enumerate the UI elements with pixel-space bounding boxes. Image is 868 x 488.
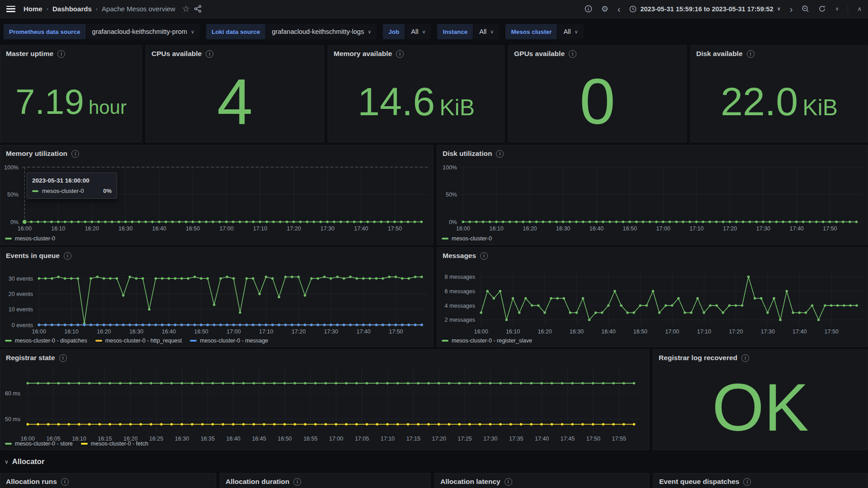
refresh-interval-caret-icon[interactable]: ∨ bbox=[835, 6, 839, 12]
panel-title: Event queue dispatches bbox=[659, 478, 739, 486]
menu-icon[interactable] bbox=[6, 6, 15, 12]
svg-text:17:10: 17:10 bbox=[697, 328, 711, 335]
info-icon[interactable]: i bbox=[396, 50, 404, 58]
panel-disk-available: Disk availablei 22.0KiB bbox=[690, 45, 868, 142]
series-color-swatch bbox=[5, 443, 12, 445]
chart-legend: mesos-cluster-0 bbox=[5, 235, 55, 242]
refresh-icon[interactable] bbox=[818, 5, 826, 13]
svg-text:10 events: 10 events bbox=[9, 306, 33, 313]
disk-utilization-chart[interactable]: 16:0016:1016:2016:3016:4016:5017:0017:10… bbox=[437, 145, 868, 244]
legend-item[interactable]: mesos-cluster-0 - message bbox=[190, 338, 268, 344]
info-icon[interactable]: i bbox=[505, 478, 512, 486]
info-icon[interactable]: i bbox=[206, 50, 213, 58]
variable-label[interactable]: Instance bbox=[437, 24, 473, 39]
variable-label[interactable]: Prometheus data source bbox=[4, 24, 86, 39]
variable-value-dropdown[interactable]: grafanacloud-keithschmitty-logs ∨ bbox=[266, 24, 377, 39]
breadcrumb-current: Apache Mesos overview bbox=[102, 5, 175, 13]
variable-instance: Instance All ∨ bbox=[437, 24, 499, 39]
svg-text:16:55: 16:55 bbox=[303, 436, 317, 442]
events-in-queue-chart[interactable]: 16:0016:1016:2016:3016:4016:5017:0017:10… bbox=[0, 248, 433, 347]
svg-text:16:10: 16:10 bbox=[506, 328, 520, 335]
panel-memory-utilization: Memory utilizationi 16:0016:1016:2016:30… bbox=[0, 145, 433, 245]
variable-value-dropdown[interactable]: All ∨ bbox=[406, 24, 431, 39]
time-shift-left-icon[interactable]: ‹ bbox=[618, 5, 621, 14]
svg-text:50%: 50% bbox=[7, 192, 19, 198]
time-range-picker[interactable]: 2023-05-31 15:59:16 to 2023-05-31 17:59:… bbox=[629, 5, 780, 13]
variable-job: Job All ∨ bbox=[383, 24, 431, 39]
legend-item[interactable]: mesos-cluster-0 - http_request bbox=[95, 338, 182, 344]
registrar-state-svg: 16:0016:0516:1016:1516:2016:2516:3016:35… bbox=[0, 350, 649, 450]
info-icon[interactable]: i bbox=[569, 50, 576, 58]
svg-text:17:40: 17:40 bbox=[793, 328, 807, 335]
variable-value-dropdown[interactable]: All ∨ bbox=[474, 24, 499, 39]
time-shift-right-icon[interactable]: › bbox=[790, 5, 793, 14]
magnifier-minus-svg bbox=[802, 5, 809, 13]
info-icon[interactable]: i bbox=[57, 50, 65, 58]
series-color-swatch bbox=[5, 238, 12, 239]
zoom-out-time-icon[interactable] bbox=[802, 5, 809, 13]
svg-text:17:20: 17:20 bbox=[292, 328, 306, 335]
svg-text:17:00: 17:00 bbox=[329, 436, 343, 442]
svg-text:6 messages: 6 messages bbox=[445, 288, 475, 295]
chevron-down-icon: ∨ bbox=[191, 29, 194, 35]
svg-text:16:00: 16:00 bbox=[456, 225, 470, 232]
panel-memory-available: Memory availablei 14.6KiB bbox=[328, 45, 505, 142]
info-icon[interactable]: i bbox=[747, 50, 755, 58]
breadcrumb-home[interactable]: Home bbox=[24, 5, 42, 13]
svg-text:17:30: 17:30 bbox=[756, 225, 770, 232]
svg-text:0%: 0% bbox=[449, 219, 457, 225]
stat-value: 14.6KiB bbox=[358, 82, 475, 122]
stat-number: 14.6 bbox=[358, 82, 435, 122]
info-icon[interactable]: i bbox=[61, 478, 69, 486]
svg-text:20 events: 20 events bbox=[9, 291, 33, 297]
collapse-navbar-icon[interactable]: ∧ bbox=[857, 5, 862, 12]
settings-gear-icon[interactable]: ⚙ bbox=[601, 5, 609, 13]
svg-text:17:30: 17:30 bbox=[483, 436, 497, 442]
legend-item[interactable]: mesos-cluster-0 - dispatches bbox=[5, 338, 87, 344]
legend-item[interactable]: mesos-cluster-0 - store bbox=[5, 441, 73, 447]
section-row-allocator[interactable]: ∨ Allocator bbox=[5, 457, 44, 466]
svg-text:16:30: 16:30 bbox=[175, 436, 189, 442]
svg-text:0 events: 0 events bbox=[12, 322, 33, 328]
share-icon[interactable] bbox=[194, 5, 202, 13]
chart-legend: mesos-cluster-0 - register_slave bbox=[442, 338, 532, 344]
svg-text:16:25: 16:25 bbox=[149, 436, 163, 442]
info-icon[interactable]: i bbox=[741, 354, 749, 362]
svg-text:17:30: 17:30 bbox=[321, 225, 335, 232]
panel-title: CPUs available bbox=[151, 50, 202, 58]
panel-title: Disk available bbox=[696, 50, 743, 58]
legend-item[interactable]: mesos-cluster-0 - fetch bbox=[81, 441, 148, 447]
chart-legend: mesos-cluster-0 - dispatchesmesos-cluste… bbox=[5, 338, 268, 344]
svg-text:17:20: 17:20 bbox=[729, 328, 743, 335]
messages-chart[interactable]: 16:0016:1016:2016:3016:4016:5017:0017:10… bbox=[437, 248, 868, 347]
series-color-swatch bbox=[190, 340, 197, 342]
variable-value-dropdown[interactable]: All ∨ bbox=[558, 24, 583, 39]
legend-item[interactable]: mesos-cluster-0 bbox=[442, 235, 492, 242]
variable-label[interactable]: Mesos cluster bbox=[505, 24, 557, 39]
variable-label[interactable]: Loki data source bbox=[206, 24, 265, 39]
tooltip-time: 2023-05-31 16:00:00 bbox=[32, 177, 112, 184]
legend-item[interactable]: mesos-cluster-0 bbox=[5, 235, 55, 242]
variable-value-dropdown[interactable]: grafanacloud-keithschmitty-prom ∨ bbox=[87, 24, 200, 39]
info-icon[interactable]: i bbox=[293, 478, 301, 486]
svg-text:16:30: 16:30 bbox=[556, 225, 570, 232]
share-icon-svg bbox=[194, 5, 202, 13]
info-icon[interactable]: i bbox=[743, 478, 751, 486]
registrar-state-chart[interactable]: 16:0016:0516:1016:1516:2016:2516:3016:35… bbox=[0, 350, 649, 450]
svg-text:4 messages: 4 messages bbox=[445, 303, 475, 309]
svg-text:17:40: 17:40 bbox=[535, 436, 549, 442]
star-icon[interactable]: ☆ bbox=[182, 5, 190, 13]
panel-event-queue-dispatches: Event queue dispatchesi bbox=[653, 473, 868, 488]
svg-text:17:50: 17:50 bbox=[388, 225, 402, 232]
legend-series-name: mesos-cluster-0 - message bbox=[200, 338, 268, 344]
svg-text:16:10: 16:10 bbox=[489, 225, 503, 232]
svg-text:16:30: 16:30 bbox=[570, 328, 584, 335]
legend-item[interactable]: mesos-cluster-0 - register_slave bbox=[442, 338, 532, 344]
svg-text:50 ms: 50 ms bbox=[5, 416, 20, 422]
dashboard-insights-icon[interactable] bbox=[585, 5, 592, 13]
legend-series-name: mesos-cluster-0 - fetch bbox=[91, 441, 148, 447]
variable-label[interactable]: Job bbox=[383, 24, 405, 39]
stat-value: 0 bbox=[580, 70, 615, 134]
breadcrumb-dashboards[interactable]: Dashboards bbox=[52, 5, 92, 13]
svg-text:16:30: 16:30 bbox=[129, 328, 143, 335]
